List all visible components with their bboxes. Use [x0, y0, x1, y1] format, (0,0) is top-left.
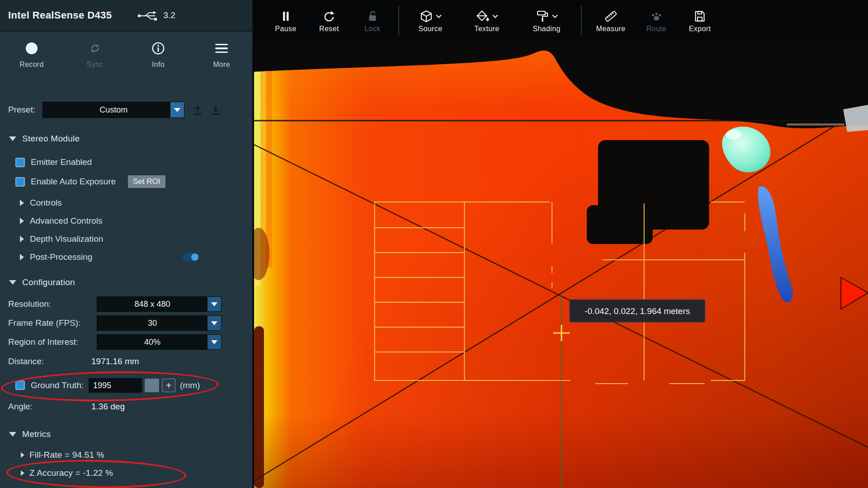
distance-row: Distance: 1971.16 mm — [0, 355, 252, 368]
preset-dropdown[interactable]: Custom — [42, 102, 184, 118]
ground-truth-drag-handle[interactable] — [145, 379, 159, 392]
reset-icon — [322, 9, 336, 23]
info-button[interactable]: Info — [127, 38, 190, 81]
hamburger-icon — [215, 44, 228, 53]
device-title: Intel RealSense D435 — [8, 9, 112, 21]
realsense-viewer-window: Intel RealSense D435 3.2 Record — [0, 0, 868, 488]
resolution-dropdown[interactable]: 848 x 480 — [97, 296, 222, 312]
expand-triangle-icon — [21, 470, 24, 476]
configuration-header[interactable]: Configuration — [0, 277, 252, 288]
frame-rate-value: 30 — [97, 319, 221, 328]
expand-triangle-icon — [20, 236, 24, 242]
preset-value: Custom — [99, 105, 127, 115]
sync-icon — [87, 41, 103, 56]
measure-button[interactable]: Measure — [586, 0, 636, 42]
depth-hole-region — [587, 205, 653, 244]
region-of-interest-dropdown[interactable]: 40% — [97, 334, 222, 350]
resolution-row: Resolution: 848 x 480 — [0, 296, 252, 312]
usb-badge: 3.2 — [137, 9, 175, 21]
point-cloud-gray-patch — [843, 105, 868, 132]
ground-truth-increment-button[interactable]: + — [162, 379, 175, 392]
depth-far-band — [254, 326, 264, 488]
toolbar-divider — [581, 6, 582, 36]
emitter-enabled-checkbox[interactable] — [15, 158, 25, 167]
set-roi-button[interactable]: Set ROI — [128, 175, 165, 188]
record-button[interactable]: Record — [0, 38, 63, 81]
region-of-interest-label: Region of Interest: — [8, 337, 78, 347]
source-button[interactable]: Source — [403, 0, 458, 42]
preset-label: Preset: — [8, 105, 35, 115]
reset-button[interactable]: Reset — [307, 0, 351, 42]
metrics-header[interactable]: Metrics — [0, 428, 252, 440]
z-accuracy-value: Z Accuracy = -1.22 % — [29, 468, 113, 478]
collapse-triangle-icon — [9, 136, 16, 141]
measurement-tooltip: -0.042, 0.022, 1.964 meters — [570, 300, 705, 322]
expand-triangle-icon — [20, 254, 24, 260]
advanced-controls-label: Advanced Controls — [30, 216, 103, 226]
depth-3d-viewport[interactable]: -0.042, 0.022, 1.964 meters — [254, 42, 868, 488]
pause-button[interactable]: Pause — [264, 0, 307, 42]
stereo-module-header[interactable]: Stereo Module — [0, 133, 252, 145]
sync-button[interactable]: Sync — [63, 38, 127, 81]
shading-button[interactable]: Shading — [516, 0, 577, 42]
stereo-module-title: Stereo Module — [22, 134, 80, 144]
download-preset-icon[interactable] — [210, 104, 222, 116]
dropdown-caret-icon — [208, 297, 221, 311]
record-label: Record — [0, 61, 63, 69]
record-icon — [26, 42, 38, 54]
measurement-tooltip-text: -0.042, 0.022, 1.964 meters — [585, 306, 690, 316]
export-button[interactable]: Export — [677, 0, 722, 42]
lock-button[interactable]: Lock — [351, 0, 394, 42]
controls-row[interactable]: Controls — [0, 197, 252, 209]
metrics-title: Metrics — [22, 429, 51, 439]
distance-value: 1971.16 mm — [91, 355, 139, 368]
advanced-controls-row[interactable]: Advanced Controls — [0, 215, 252, 227]
expand-triangle-icon — [21, 452, 24, 458]
collapse-triangle-icon — [9, 280, 16, 285]
depth-visualization-label: Depth Visualization — [30, 234, 103, 244]
toolbar-divider — [398, 6, 399, 36]
collapse-triangle-icon — [9, 432, 16, 436]
ground-truth-unit: (mm) — [180, 378, 200, 393]
chevron-down-icon — [492, 14, 498, 19]
info-label: Info — [127, 61, 190, 69]
edge-band — [787, 123, 844, 126]
texture-button[interactable]: Texture — [458, 0, 516, 42]
more-button[interactable]: More — [190, 38, 253, 81]
post-processing-row[interactable]: Post-Processing — [0, 251, 252, 263]
pause-icon — [279, 9, 292, 23]
angle-value: 1.36 deg — [91, 400, 125, 413]
controls-label: Controls — [30, 198, 62, 208]
z-accuracy-row[interactable]: Z Accuracy = -1.22 % — [0, 467, 252, 479]
preset-row: Preset: Custom — [0, 101, 252, 118]
route-button[interactable]: Route — [636, 0, 677, 42]
fill-rate-row[interactable]: Fill-Rate = 94.51 % — [0, 449, 252, 461]
viewport-toolbar: Pause Reset Lock — [254, 0, 868, 42]
ground-truth-row: Ground Truth: + (mm) — [0, 378, 252, 393]
upload-preset-icon[interactable] — [192, 104, 203, 116]
info-icon — [151, 41, 165, 56]
frame-rate-dropdown[interactable]: 30 — [97, 315, 222, 331]
paw-icon — [650, 9, 663, 23]
expand-triangle-icon — [20, 200, 24, 206]
angle-label: Angle: — [8, 402, 33, 411]
unlock-icon — [366, 9, 379, 23]
auto-exposure-checkbox[interactable] — [15, 177, 25, 187]
sync-label: Sync — [63, 61, 127, 69]
region-of-interest-value: 40% — [97, 338, 221, 347]
resolution-value: 848 x 480 — [97, 300, 221, 309]
ground-truth-input[interactable] — [89, 378, 142, 393]
ground-truth-label: Ground Truth: — [31, 378, 84, 393]
usb-icon — [137, 9, 160, 21]
fill-rate-value: Fill-Rate = 94.51 % — [29, 450, 104, 460]
save-icon — [693, 9, 707, 23]
depth-view-canvas: -0.042, 0.022, 1.964 meters — [254, 42, 868, 488]
device-header: Intel RealSense D435 3.2 — [0, 0, 252, 32]
frame-rate-label: Frame Rate (FPS): — [8, 318, 80, 328]
resolution-label: Resolution: — [8, 299, 51, 309]
ground-truth-checkbox[interactable] — [15, 380, 25, 390]
expand-triangle-icon — [20, 218, 24, 224]
post-processing-toggle[interactable] — [183, 253, 199, 261]
paint-bucket-icon — [476, 9, 490, 23]
depth-visualization-row[interactable]: Depth Visualization — [0, 233, 252, 245]
